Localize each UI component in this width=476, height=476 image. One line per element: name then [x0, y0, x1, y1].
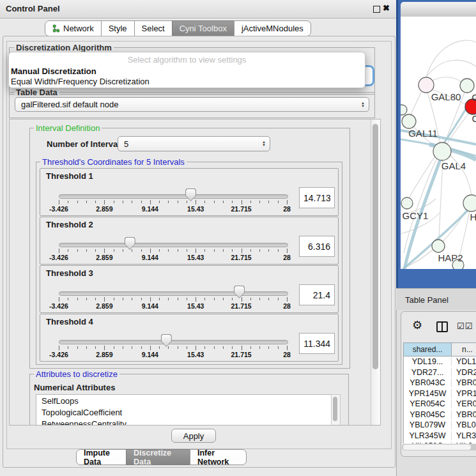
- node-g[interactable]: [460, 79, 474, 93]
- scrollbar-thumb[interactable]: [333, 397, 337, 421]
- threshold-3-slider-thumb[interactable]: [234, 286, 245, 298]
- slider-tick: [268, 346, 269, 349]
- node-gal11[interactable]: [402, 114, 416, 128]
- tab-cyni-toolbox-label: Cyni Toolbox: [180, 24, 227, 33]
- slider-tick: [232, 298, 233, 300]
- slider-tick: [95, 201, 96, 203]
- table-rows: YDL19...YDL1YDR27...YDR2YBR043CYBR0YPR14…: [403, 357, 476, 443]
- scrollbar-thumb[interactable]: [372, 124, 378, 369]
- node-label-h: H: [470, 211, 476, 222]
- threshold-3-slider-track[interactable]: [59, 291, 288, 296]
- checkbox-icons[interactable]: ☑☑: [457, 321, 473, 331]
- table-panel-title: Table Panel: [405, 295, 449, 305]
- table-row[interactable]: YER054CYER0: [404, 399, 476, 410]
- threshold-4-slider-thumb[interactable]: [161, 334, 172, 347]
- tab-cyni-toolbox[interactable]: Cyni Toolbox: [172, 20, 234, 36]
- node-hap2[interactable]: [432, 240, 445, 252]
- slider-tick-label: 9.144: [131, 351, 169, 358]
- node-gal80[interactable]: [418, 77, 434, 93]
- table-horizontal-scrollbar[interactable]: [402, 444, 476, 450]
- slider-tick: [59, 249, 59, 253]
- slider-tick: [250, 201, 251, 203]
- slider-tick: [86, 346, 87, 349]
- slider-tick-label: 21.715: [222, 205, 261, 213]
- float-window-icon[interactable]: [373, 6, 380, 13]
- threshold-2-slider-track[interactable]: [59, 243, 288, 247]
- gear-icon[interactable]: ⚙: [412, 319, 422, 331]
- threshold-1-slider-track[interactable]: [59, 194, 288, 199]
- node-label-hap2: HAP2: [438, 252, 463, 263]
- close-icon[interactable]: ✖: [383, 3, 390, 13]
- node-gcy1[interactable]: [401, 197, 413, 209]
- slider-tick: [86, 298, 87, 300]
- slider-tick: [259, 298, 260, 300]
- table-row[interactable]: YLR345WYLR3: [404, 431, 476, 441]
- threshold-2-slider-thumb[interactable]: [125, 237, 135, 250]
- threshold-2-value-input[interactable]: [299, 236, 335, 257]
- settings-vertical-scrollbar[interactable]: [371, 119, 381, 425]
- node-h[interactable]: [463, 195, 476, 211]
- slider-tick-label: 21.715: [222, 302, 261, 310]
- node-label-c: C: [472, 113, 476, 124]
- attributes-list-scrollbar[interactable]: [331, 394, 341, 426]
- slider-tick: [114, 249, 114, 252]
- slider-tick: [114, 201, 114, 203]
- slider-tick: [168, 346, 169, 349]
- table-cell: YDR2: [452, 368, 476, 377]
- list-item-betweennesscentrality[interactable]: BetweennessCentrality: [36, 418, 331, 426]
- node-edge-left[interactable]: [401, 105, 407, 115]
- column-header-name[interactable]: n...: [452, 342, 476, 357]
- tab-infer-network[interactable]: Infer Network: [190, 449, 247, 465]
- popup-option-manual-discretization[interactable]: Manual Discretization: [11, 66, 96, 76]
- tab-impute-data[interactable]: Impute Data: [76, 449, 127, 465]
- split-columns-icon[interactable]: [436, 321, 448, 332]
- tab-network[interactable]: Network: [45, 20, 102, 36]
- tab-style[interactable]: Style: [101, 20, 135, 36]
- slider-tick: [259, 346, 260, 349]
- window-title: Control Panel: [6, 4, 60, 13]
- slider-tick: [214, 201, 215, 203]
- slider-tick-label: 2.859: [85, 254, 123, 261]
- control-panel-window: Control Panel ✖ Network Style Select Cyn…: [0, 0, 397, 476]
- slider-tick-label: 15.43: [176, 205, 215, 213]
- slider-tick: [196, 297, 196, 302]
- table-row[interactable]: YBR043CYBR0: [404, 378, 476, 388]
- tab-jactivemnodules[interactable]: jActiveMNodules: [234, 20, 311, 36]
- threshold-4-slider-track[interactable]: [59, 340, 288, 344]
- column-header-shared[interactable]: shared...: [403, 342, 452, 357]
- table-row[interactable]: YBR045CYBR0: [404, 410, 476, 420]
- table-cell: YBR0: [452, 378, 476, 387]
- table-row[interactable]: YIL052CYIL0: [404, 441, 476, 443]
- slider-tick: [250, 249, 251, 252]
- table-row[interactable]: YDL19...YDL1: [404, 357, 476, 367]
- slider-tick: [150, 200, 151, 204]
- numerical-attributes-list[interactable]: SelfLoops TopologicalCoefficient Between…: [36, 394, 332, 426]
- table-data-combo[interactable]: galFiltered.sif default node ▲▼: [15, 97, 369, 112]
- scrollbar-thumb[interactable]: [403, 445, 471, 450]
- list-item-topologicalcoefficient[interactable]: TopologicalCoefficient: [36, 406, 331, 418]
- node-gal4[interactable]: [433, 142, 451, 160]
- tab-select[interactable]: Select: [134, 20, 173, 36]
- network-window-titlebar[interactable]: [401, 2, 476, 17]
- table-row[interactable]: YPR145WYPR1: [404, 388, 476, 399]
- table-row[interactable]: YDR27...YDR2: [404, 367, 476, 378]
- combo-arrows-icon: ▲▼: [258, 141, 270, 147]
- slider-tick: [268, 249, 269, 252]
- number-of-intervals-combo[interactable]: 5 ▲▼: [118, 136, 270, 151]
- slider-tick: [168, 249, 169, 252]
- table-data-combo-value: galFiltered.sif default node: [15, 100, 357, 109]
- table-row[interactable]: YBL079WYBL0: [404, 420, 476, 431]
- slider-tick: [287, 346, 288, 350]
- popup-option-equal-width-frequency[interactable]: Equal Width/Frequency Discretization: [11, 77, 150, 86]
- threshold-1-slider-thumb[interactable]: [185, 188, 196, 201]
- tab-discretize-data[interactable]: Discretize Data: [126, 449, 190, 465]
- threshold-4-value-input[interactable]: [299, 333, 335, 354]
- node-label-g: G: [472, 92, 476, 103]
- threshold-3-value-input[interactable]: [299, 284, 335, 305]
- list-item-selfloops[interactable]: SelfLoops: [36, 395, 331, 406]
- threshold-1-value-input[interactable]: [299, 187, 335, 208]
- slider-tick: [214, 249, 215, 252]
- apply-button[interactable]: Apply: [171, 429, 216, 443]
- slider-tick: [259, 201, 260, 203]
- network-view-canvas[interactable]: GAL80 G C GAL11 GAL4 GCY1 H HAP2: [401, 17, 476, 269]
